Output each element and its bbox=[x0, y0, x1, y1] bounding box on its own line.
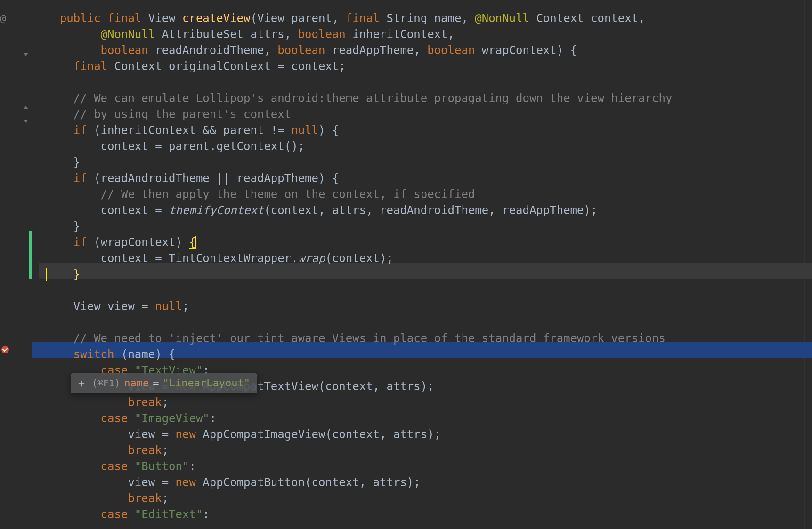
code-line[interactable]: // We need to 'inject' our tint aware Vi… bbox=[32, 330, 804, 346]
gutter[interactable] bbox=[9, 0, 32, 529]
editor-viewport: @ public final View createView(View pare… bbox=[0, 0, 812, 529]
code-line[interactable]: final Context originalContext = context; bbox=[32, 58, 804, 74]
code-line[interactable]: } bbox=[32, 218, 804, 234]
code-line[interactable]: context = TintContextWrapper.wrap(contex… bbox=[32, 250, 804, 266]
code-line[interactable]: break; bbox=[32, 442, 804, 458]
code-line[interactable]: view = new AppCompatButton(context, attr… bbox=[32, 474, 804, 490]
code-line[interactable]: if (wrapContext) { bbox=[32, 234, 804, 250]
tooltip-variable: name bbox=[124, 376, 149, 390]
tooltip-value: "LinearLayout" bbox=[162, 376, 250, 390]
fold-expand-icon[interactable] bbox=[23, 104, 29, 110]
code-line[interactable]: boolean readAndroidTheme, boolean readAp… bbox=[32, 42, 804, 58]
code-line[interactable]: break; bbox=[32, 394, 804, 410]
code-line[interactable]: // We can emulate Lollipop's android:the… bbox=[32, 90, 804, 106]
code-line[interactable]: // We then apply the theme on the contex… bbox=[32, 186, 804, 202]
breakpoint-icon[interactable] bbox=[1, 345, 9, 354]
code-line[interactable]: @NonNull AttributeSet attrs, boolean inh… bbox=[32, 26, 804, 42]
tooltip-equals: = bbox=[153, 376, 159, 390]
code-line[interactable]: case "Button": bbox=[32, 458, 804, 474]
override-marker-icon[interactable]: @ bbox=[0, 13, 6, 24]
left-margin bbox=[0, 0, 9, 529]
code-line[interactable]: if (readAndroidTheme || readAppTheme) { bbox=[32, 170, 804, 186]
code-line[interactable]: // by using the parent's context bbox=[32, 106, 804, 122]
fold-collapse-icon[interactable] bbox=[23, 52, 29, 58]
code-line[interactable] bbox=[32, 282, 804, 298]
code-editor[interactable]: public final View createView(View parent… bbox=[32, 0, 804, 529]
code-line[interactable]: break; bbox=[32, 490, 804, 506]
code-line[interactable]: View view = null; bbox=[32, 298, 804, 314]
code-line[interactable]: case "ImageView": bbox=[32, 410, 804, 426]
fold-expand-icon[interactable] bbox=[23, 119, 29, 125]
code-line[interactable]: } bbox=[32, 266, 804, 282]
code-line[interactable]: context = parent.getContext(); bbox=[32, 138, 804, 154]
code-line[interactable]: case "EditText": bbox=[32, 506, 804, 522]
code-line[interactable]: switch (name) { bbox=[32, 346, 804, 362]
code-line[interactable] bbox=[32, 74, 804, 90]
expand-icon[interactable]: ＋ bbox=[76, 376, 87, 390]
code-line[interactable]: public final View createView(View parent… bbox=[32, 10, 804, 26]
tooltip-shortcut: (⌘F1) bbox=[92, 376, 120, 390]
code-line[interactable] bbox=[32, 314, 804, 330]
code-line[interactable]: if (inheritContext && parent != null) { bbox=[32, 122, 804, 138]
debug-value-tooltip[interactable]: ＋ (⌘F1) name = "LinearLayout" bbox=[71, 373, 257, 393]
code-line[interactable]: context = themifyContext(context, attrs,… bbox=[32, 202, 804, 218]
code-line[interactable]: } bbox=[32, 154, 804, 170]
code-line[interactable]: view = new AppCompatImageView(context, a… bbox=[32, 426, 804, 442]
